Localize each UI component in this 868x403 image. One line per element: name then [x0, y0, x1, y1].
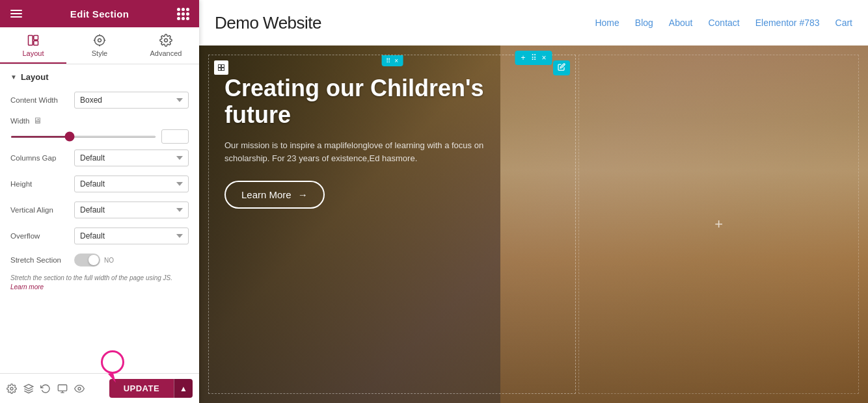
- col-toolbar: ⠿ ×: [381, 55, 403, 66]
- overflow-select[interactable]: Default: [74, 228, 189, 244]
- settings-icon[interactable]: [7, 384, 17, 394]
- columns-gap-label: Columns Gap: [10, 154, 69, 162]
- stretch-toggle-wrap: NO: [74, 254, 114, 266]
- layers-icon[interactable]: [23, 384, 34, 394]
- tab-layout-label: Layout: [22, 49, 44, 57]
- panel-content: ▼ Layout Content Width Boxed Full Width …: [0, 64, 199, 373]
- layout-section-label: Layout: [21, 72, 49, 82]
- history-icon[interactable]: [40, 384, 51, 394]
- eye-icon[interactable]: [74, 384, 85, 394]
- svg-rect-18: [219, 68, 221, 71]
- nav-elementor[interactable]: Elementor #783: [755, 18, 820, 28]
- width-slider[interactable]: [10, 136, 156, 138]
- content-width-select[interactable]: Boxed Full Width: [74, 92, 189, 109]
- section-add-button[interactable]: +: [519, 53, 527, 63]
- vertical-align-select[interactable]: Default: [74, 202, 189, 218]
- panel-tabs: Layout Style Advanced: [0, 27, 199, 64]
- content-width-row: Content Width Boxed Full Width: [0, 87, 199, 113]
- vertical-align-control: Default: [74, 202, 189, 218]
- svg-marker-11: [24, 384, 33, 389]
- monitor-icon: 🖥: [33, 116, 42, 125]
- columns-gap-row: Columns Gap Default: [0, 145, 199, 171]
- svg-point-9: [165, 39, 168, 42]
- overflow-row: Overflow Default: [0, 223, 199, 249]
- site-logo: Demo Website: [215, 13, 321, 33]
- site-header: Demo Website Home Blog About Contact Ele…: [199, 0, 868, 46]
- collapse-arrow: ▼: [10, 73, 17, 81]
- width-value-input[interactable]: [161, 129, 189, 144]
- svg-rect-17: [222, 65, 224, 68]
- site-nav: Home Blog About Contact Elementor #783 C…: [595, 18, 852, 28]
- section-drag-button[interactable]: ⠿: [529, 53, 539, 63]
- svg-point-15: [78, 387, 81, 390]
- helper-link[interactable]: Learn more: [10, 283, 44, 291]
- height-label: Height: [10, 180, 69, 188]
- right-preview: Demo Website Home Blog About Contact Ele…: [199, 0, 868, 403]
- section-toolbar: + ⠿ ×: [515, 51, 552, 65]
- bottom-icons: [7, 384, 85, 394]
- hero-section: + ⠿ × ⠿ ×: [199, 46, 868, 403]
- update-button[interactable]: UPDATE: [109, 379, 174, 398]
- nav-contact[interactable]: Contact: [708, 18, 739, 28]
- stretch-section-row: Stretch Section NO: [0, 249, 199, 271]
- hero-subtext: Our mission is to inspire a maplifelongl…: [224, 139, 504, 165]
- svg-rect-0: [29, 36, 33, 46]
- tab-style[interactable]: Style: [66, 27, 133, 64]
- height-select[interactable]: Default: [74, 176, 189, 192]
- overflow-label: Overflow: [10, 232, 69, 240]
- layout-section-header[interactable]: ▼ Layout: [0, 64, 199, 87]
- col-drag-btn[interactable]: ⠿: [385, 57, 392, 65]
- columns-gap-control: Default: [74, 150, 189, 166]
- hero-col-left: ⠿ × Creating our Children's future Our m…: [208, 55, 576, 394]
- hero-cta-label: Learn More: [241, 189, 292, 200]
- tab-advanced-label: Advanced: [150, 49, 182, 57]
- columns-gap-select[interactable]: Default: [74, 150, 189, 166]
- nav-cart[interactable]: Cart: [835, 18, 852, 28]
- content-width-control: Boxed Full Width: [74, 92, 189, 109]
- stretch-section-label: Stretch Section: [10, 256, 69, 264]
- content-width-label: Content Width: [10, 96, 69, 104]
- nav-home[interactable]: Home: [595, 18, 619, 28]
- hero-col-right: +: [578, 55, 859, 394]
- svg-rect-12: [58, 385, 66, 391]
- hero-heading: Creating our Children's future: [224, 75, 556, 129]
- tab-style-label: Style: [92, 49, 107, 57]
- width-label: Width: [10, 117, 29, 125]
- stretch-section-control: NO: [74, 254, 189, 266]
- add-widget-icon[interactable]: +: [714, 216, 723, 233]
- stretch-section-toggle[interactable]: [74, 254, 100, 266]
- svg-rect-2: [34, 41, 38, 46]
- panel-header: Edit Section: [0, 0, 199, 27]
- hero-inner: ⠿ × Creating our Children's future Our m…: [199, 46, 868, 403]
- nav-blog[interactable]: Blog: [635, 18, 653, 28]
- menu-icon[interactable]: [9, 6, 23, 21]
- height-control: Default: [74, 176, 189, 192]
- hero-cta-button[interactable]: Learn More →: [224, 181, 325, 209]
- svg-rect-19: [222, 68, 224, 71]
- svg-point-3: [98, 39, 102, 42]
- tab-advanced[interactable]: Advanced: [133, 27, 199, 64]
- panel-bottom: UPDATE ▲: [0, 373, 199, 403]
- panel-title: Edit Section: [70, 8, 129, 20]
- update-arrow-button[interactable]: ▲: [174, 379, 193, 398]
- toggle-text: NO: [104, 257, 114, 264]
- svg-rect-1: [34, 36, 38, 40]
- left-panel: Edit Section Layout: [0, 0, 199, 403]
- height-row: Height Default: [0, 171, 199, 197]
- edit-column-button[interactable]: [553, 60, 570, 75]
- grid-icon[interactable]: [176, 6, 190, 21]
- responsive-icon[interactable]: [57, 384, 68, 394]
- svg-point-10: [10, 387, 13, 390]
- vertical-align-row: Vertical Align Default: [0, 197, 199, 223]
- update-btn-wrap: UPDATE ▲: [109, 379, 193, 398]
- tab-layout[interactable]: Layout: [0, 27, 66, 64]
- svg-rect-16: [219, 65, 221, 68]
- nav-about[interactable]: About: [669, 18, 693, 28]
- vertical-align-label: Vertical Align: [10, 206, 69, 214]
- col-close-btn[interactable]: ×: [393, 57, 400, 65]
- section-close-button[interactable]: ×: [540, 53, 549, 63]
- width-row: Width 🖥: [0, 113, 199, 145]
- svg-point-4: [95, 36, 105, 46]
- overflow-control: Default: [74, 228, 189, 244]
- col-drag-handle[interactable]: [214, 60, 228, 75]
